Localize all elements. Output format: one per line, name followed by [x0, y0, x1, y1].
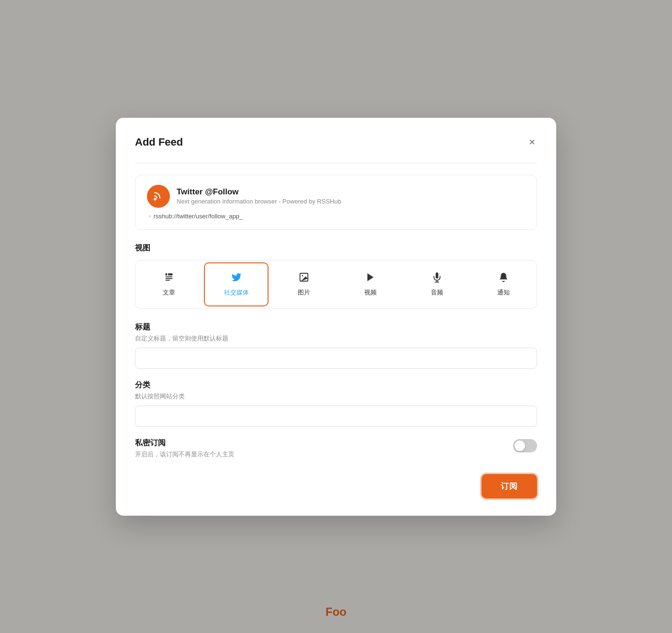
view-option-audio-label: 音频: [431, 288, 443, 297]
feed-description: Next generation information browser - Po…: [177, 198, 341, 205]
subscribe-button[interactable]: 订阅: [482, 474, 537, 498]
image-icon: [299, 272, 309, 284]
view-option-notification[interactable]: 通知: [472, 263, 535, 305]
svg-rect-2: [165, 276, 172, 277]
view-selector: 文章 社交媒体 图片 视频: [135, 260, 537, 309]
feed-name: Twitter @Follow: [177, 187, 341, 197]
feed-card-top: Twitter @Follow Next generation informat…: [147, 185, 525, 208]
modal-title: Add Feed: [135, 136, 183, 148]
category-input[interactable]: [135, 406, 537, 427]
audio-icon: [432, 272, 442, 284]
view-option-image-label: 图片: [298, 288, 310, 297]
view-option-social-label: 社交媒体: [224, 288, 249, 297]
category-field-section: 分类 默认按照网站分类: [135, 380, 537, 427]
rss-icon: [152, 190, 165, 203]
toggle-slider: [513, 439, 537, 452]
feed-url[interactable]: › rsshub://twitter/user/follow_app_: [147, 213, 525, 220]
close-button[interactable]: ×: [527, 135, 537, 149]
title-field-label: 标题: [135, 322, 537, 332]
svg-point-7: [302, 275, 303, 276]
private-toggle-description: 开启后，该订阅不再显示在个人主页: [135, 450, 235, 459]
view-option-image[interactable]: 图片: [272, 263, 335, 305]
svg-rect-5: [168, 273, 172, 275]
notification-icon: [498, 272, 509, 284]
view-option-video-label: 视频: [364, 288, 377, 297]
private-toggle-section: 私密订阅 开启后，该订阅不再显示在个人主页: [135, 438, 537, 459]
title-field-section: 标题 自定义标题，留空则使用默认标题: [135, 322, 537, 369]
title-input[interactable]: [135, 348, 537, 369]
category-field-label: 分类: [135, 380, 537, 390]
video-icon: [365, 272, 376, 284]
feed-info-text: Twitter @Follow Next generation informat…: [177, 187, 341, 205]
category-field-description: 默认按照网站分类: [135, 392, 537, 401]
header-divider: [135, 163, 537, 163]
svg-point-0: [154, 198, 156, 200]
view-option-audio[interactable]: 音频: [405, 263, 468, 305]
private-toggle-switch[interactable]: [513, 439, 537, 452]
title-field-description: 自定义标题，留空则使用默认标题: [135, 334, 537, 343]
view-option-video[interactable]: 视频: [339, 263, 402, 305]
view-option-social[interactable]: 社交媒体: [204, 262, 269, 306]
svg-rect-3: [165, 278, 172, 279]
svg-rect-4: [165, 280, 169, 281]
private-toggle-text: 私密订阅 开启后，该订阅不再显示在个人主页: [135, 438, 235, 459]
modal-header: Add Feed ×: [135, 135, 537, 149]
private-toggle-label: 私密订阅: [135, 438, 235, 448]
svg-marker-8: [367, 273, 373, 281]
modal-footer: 订阅: [135, 474, 537, 498]
feed-url-text: rsshub://twitter/user/follow_app_: [154, 213, 243, 220]
chevron-icon: ›: [149, 213, 151, 219]
view-section-label: 视图: [135, 243, 537, 253]
view-option-article[interactable]: 文章: [137, 263, 200, 305]
feed-info-card: Twitter @Follow Next generation informat…: [135, 175, 537, 230]
add-feed-modal: Add Feed × Twitter @Follow Next generati…: [116, 118, 556, 516]
twitter-icon: [231, 272, 242, 284]
svg-rect-1: [165, 273, 167, 275]
view-option-article-label: 文章: [163, 288, 175, 297]
feed-icon: [147, 185, 170, 208]
view-option-notification-label: 通知: [497, 288, 510, 297]
article-icon: [164, 272, 174, 284]
